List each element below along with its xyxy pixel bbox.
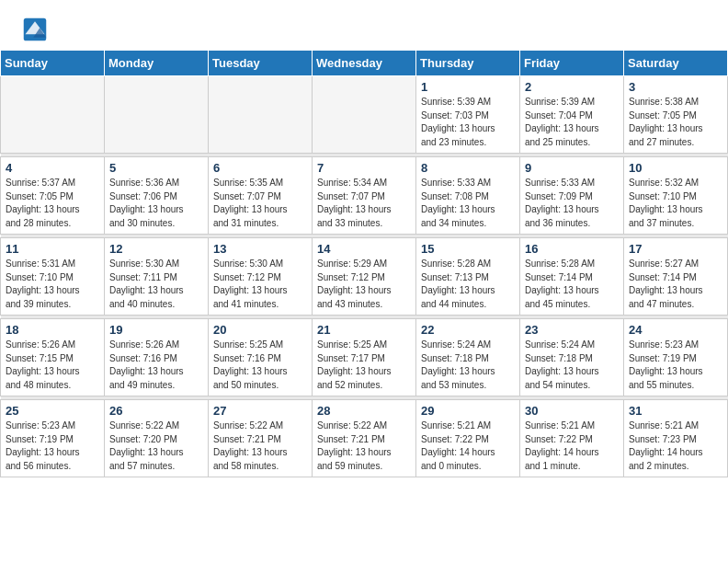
day-number: 2 <box>525 80 619 94</box>
day-info: Sunrise: 5:24 AM Sunset: 7:18 PM Dayligh… <box>421 339 515 392</box>
calendar-cell: 30Sunrise: 5:21 AM Sunset: 7:22 PM Dayli… <box>520 400 624 477</box>
day-number: 5 <box>109 161 203 175</box>
day-info: Sunrise: 5:23 AM Sunset: 7:19 PM Dayligh… <box>629 339 722 392</box>
day-info: Sunrise: 5:33 AM Sunset: 7:09 PM Dayligh… <box>525 177 619 230</box>
weekday-header-wednesday: Wednesday <box>313 51 416 76</box>
day-info: Sunrise: 5:22 AM Sunset: 7:21 PM Dayligh… <box>213 419 307 473</box>
calendar-cell: 9Sunrise: 5:33 AM Sunset: 7:09 PM Daylig… <box>520 157 624 235</box>
calendar-table: SundayMondayTuesdayWednesdayThursdayFrid… <box>0 50 728 477</box>
calendar-cell: 3Sunrise: 5:38 AM Sunset: 7:05 PM Daylig… <box>624 76 728 154</box>
day-info: Sunrise: 5:25 AM Sunset: 7:16 PM Dayligh… <box>213 339 307 392</box>
calendar-cell: 27Sunrise: 5:22 AM Sunset: 7:21 PM Dayli… <box>209 400 313 477</box>
calendar-cell: 19Sunrise: 5:26 AM Sunset: 7:16 PM Dayli… <box>105 319 209 396</box>
day-info: Sunrise: 5:38 AM Sunset: 7:05 PM Dayligh… <box>629 96 722 149</box>
day-info: Sunrise: 5:30 AM Sunset: 7:12 PM Dayligh… <box>213 258 307 311</box>
calendar-cell: 22Sunrise: 5:24 AM Sunset: 7:18 PM Dayli… <box>416 319 520 396</box>
day-number: 14 <box>317 242 411 256</box>
day-info: Sunrise: 5:24 AM Sunset: 7:18 PM Dayligh… <box>525 339 619 392</box>
calendar-cell: 16Sunrise: 5:28 AM Sunset: 7:14 PM Dayli… <box>520 238 624 316</box>
calendar-cell: 12Sunrise: 5:30 AM Sunset: 7:11 PM Dayli… <box>105 238 209 316</box>
day-number: 25 <box>6 404 99 418</box>
calendar-cell: 13Sunrise: 5:30 AM Sunset: 7:12 PM Dayli… <box>209 238 313 316</box>
calendar-cell: 10Sunrise: 5:32 AM Sunset: 7:10 PM Dayli… <box>624 157 728 235</box>
day-info: Sunrise: 5:39 AM Sunset: 7:03 PM Dayligh… <box>421 96 515 149</box>
calendar-cell <box>313 76 416 154</box>
logo-icon <box>22 17 48 42</box>
day-info: Sunrise: 5:36 AM Sunset: 7:06 PM Dayligh… <box>109 177 203 230</box>
day-number: 28 <box>317 404 411 418</box>
calendar-cell: 25Sunrise: 5:23 AM Sunset: 7:19 PM Dayli… <box>1 400 105 477</box>
weekday-header-tuesday: Tuesday <box>209 51 313 76</box>
calendar-cell: 20Sunrise: 5:25 AM Sunset: 7:16 PM Dayli… <box>209 319 313 396</box>
day-info: Sunrise: 5:29 AM Sunset: 7:12 PM Dayligh… <box>317 258 411 311</box>
calendar-cell: 28Sunrise: 5:22 AM Sunset: 7:21 PM Dayli… <box>313 400 416 477</box>
calendar-cell: 29Sunrise: 5:21 AM Sunset: 7:22 PM Dayli… <box>416 400 520 477</box>
day-number: 1 <box>421 80 515 94</box>
calendar-cell: 24Sunrise: 5:23 AM Sunset: 7:19 PM Dayli… <box>624 319 728 396</box>
day-number: 24 <box>629 323 722 337</box>
day-number: 21 <box>317 323 411 337</box>
day-number: 23 <box>525 323 619 337</box>
day-info: Sunrise: 5:26 AM Sunset: 7:15 PM Dayligh… <box>6 339 99 392</box>
day-number: 26 <box>109 404 203 418</box>
calendar-cell: 14Sunrise: 5:29 AM Sunset: 7:12 PM Dayli… <box>313 238 416 316</box>
calendar-cell: 6Sunrise: 5:35 AM Sunset: 7:07 PM Daylig… <box>209 157 313 235</box>
day-info: Sunrise: 5:21 AM Sunset: 7:22 PM Dayligh… <box>421 419 515 473</box>
day-info: Sunrise: 5:22 AM Sunset: 7:20 PM Dayligh… <box>109 419 203 473</box>
calendar-cell: 2Sunrise: 5:39 AM Sunset: 7:04 PM Daylig… <box>520 76 624 154</box>
day-info: Sunrise: 5:26 AM Sunset: 7:16 PM Dayligh… <box>109 339 203 392</box>
day-info: Sunrise: 5:28 AM Sunset: 7:14 PM Dayligh… <box>525 258 619 311</box>
calendar-cell <box>209 76 313 154</box>
calendar-cell: 4Sunrise: 5:37 AM Sunset: 7:05 PM Daylig… <box>1 157 105 235</box>
calendar-cell: 23Sunrise: 5:24 AM Sunset: 7:18 PM Dayli… <box>520 319 624 396</box>
day-number: 22 <box>421 323 515 337</box>
day-number: 27 <box>213 404 307 418</box>
day-number: 16 <box>525 242 619 256</box>
weekday-header-saturday: Saturday <box>624 51 728 76</box>
calendar-cell: 7Sunrise: 5:34 AM Sunset: 7:07 PM Daylig… <box>313 157 416 235</box>
calendar-cell: 31Sunrise: 5:21 AM Sunset: 7:23 PM Dayli… <box>624 400 728 477</box>
day-number: 3 <box>629 80 722 94</box>
calendar-cell: 11Sunrise: 5:31 AM Sunset: 7:10 PM Dayli… <box>1 238 105 316</box>
day-number: 13 <box>213 242 307 256</box>
day-number: 30 <box>525 404 619 418</box>
day-info: Sunrise: 5:34 AM Sunset: 7:07 PM Dayligh… <box>317 177 411 230</box>
calendar-cell <box>105 76 209 154</box>
day-info: Sunrise: 5:25 AM Sunset: 7:17 PM Dayligh… <box>317 339 411 392</box>
day-info: Sunrise: 5:32 AM Sunset: 7:10 PM Dayligh… <box>629 177 722 230</box>
calendar-cell: 5Sunrise: 5:36 AM Sunset: 7:06 PM Daylig… <box>105 157 209 235</box>
day-info: Sunrise: 5:33 AM Sunset: 7:08 PM Dayligh… <box>421 177 515 230</box>
weekday-header-friday: Friday <box>520 51 624 76</box>
day-number: 20 <box>213 323 307 337</box>
calendar-cell <box>1 76 105 154</box>
calendar-cell: 26Sunrise: 5:22 AM Sunset: 7:20 PM Dayli… <box>105 400 209 477</box>
day-info: Sunrise: 5:31 AM Sunset: 7:10 PM Dayligh… <box>6 258 99 311</box>
day-number: 10 <box>629 161 722 175</box>
day-info: Sunrise: 5:21 AM Sunset: 7:23 PM Dayligh… <box>629 419 722 473</box>
weekday-header-sunday: Sunday <box>1 51 105 76</box>
day-info: Sunrise: 5:23 AM Sunset: 7:19 PM Dayligh… <box>6 419 99 473</box>
calendar-cell: 15Sunrise: 5:28 AM Sunset: 7:13 PM Dayli… <box>416 238 520 316</box>
calendar-cell: 21Sunrise: 5:25 AM Sunset: 7:17 PM Dayli… <box>313 319 416 396</box>
day-info: Sunrise: 5:22 AM Sunset: 7:21 PM Dayligh… <box>317 419 411 473</box>
calendar-cell: 17Sunrise: 5:27 AM Sunset: 7:14 PM Dayli… <box>624 238 728 316</box>
day-info: Sunrise: 5:39 AM Sunset: 7:04 PM Dayligh… <box>525 96 619 149</box>
day-number: 15 <box>421 242 515 256</box>
calendar-cell: 18Sunrise: 5:26 AM Sunset: 7:15 PM Dayli… <box>1 319 105 396</box>
day-number: 29 <box>421 404 515 418</box>
day-number: 6 <box>213 161 307 175</box>
day-info: Sunrise: 5:35 AM Sunset: 7:07 PM Dayligh… <box>213 177 307 230</box>
calendar-cell: 8Sunrise: 5:33 AM Sunset: 7:08 PM Daylig… <box>416 157 520 235</box>
day-number: 7 <box>317 161 411 175</box>
day-number: 11 <box>6 242 99 256</box>
day-info: Sunrise: 5:28 AM Sunset: 7:13 PM Dayligh… <box>421 258 515 311</box>
day-number: 19 <box>109 323 203 337</box>
weekday-header-thursday: Thursday <box>416 51 520 76</box>
day-number: 18 <box>6 323 99 337</box>
day-info: Sunrise: 5:30 AM Sunset: 7:11 PM Dayligh… <box>109 258 203 311</box>
day-number: 9 <box>525 161 619 175</box>
day-info: Sunrise: 5:37 AM Sunset: 7:05 PM Dayligh… <box>6 177 99 230</box>
day-number: 4 <box>6 161 99 175</box>
day-number: 31 <box>629 404 722 418</box>
day-number: 12 <box>109 242 203 256</box>
